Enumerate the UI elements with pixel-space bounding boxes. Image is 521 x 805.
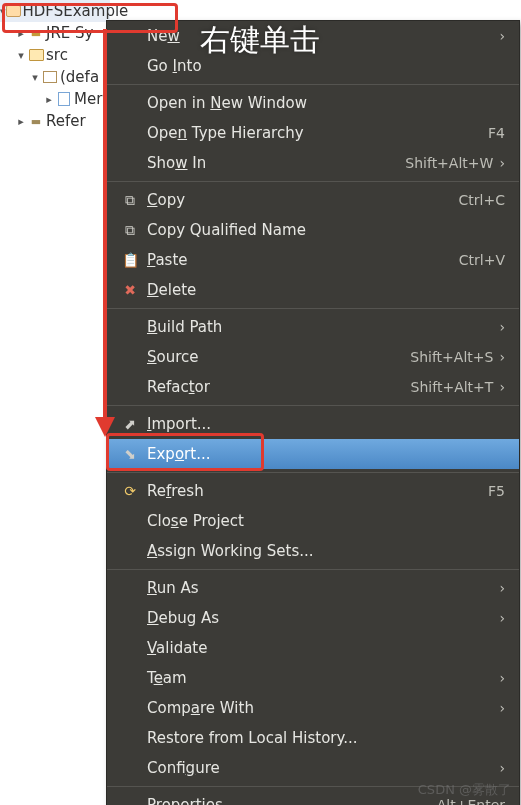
menu-item-properties[interactable]: Properties Alt+Enter [107, 790, 519, 805]
menu-item-refresh[interactable]: ⟳ Refresh F5 [107, 476, 519, 506]
project-explorer[interactable]: ▾ HDFSExample ▸ ▬ JRE Sy ▾ src ▾ (defa ▸… [0, 0, 110, 132]
separator [107, 84, 519, 85]
shortcut-label: Ctrl+V [459, 252, 505, 268]
shortcut-label: Ctrl+C [459, 192, 505, 208]
package-icon [43, 71, 57, 83]
submenu-arrow-icon: › [499, 670, 505, 686]
twisty-icon: ▸ [14, 115, 28, 128]
twisty-icon: ▾ [14, 49, 28, 62]
shortcut-label: Shift+Alt+T [411, 379, 494, 395]
twisty-icon: ▸ [14, 27, 28, 40]
menu-item-export[interactable]: ⬊ Export... [107, 439, 519, 469]
submenu-arrow-icon: › [499, 28, 505, 44]
copy-icon: ⧉ [121, 222, 139, 239]
separator [107, 786, 519, 787]
menu-item-delete[interactable]: ✖ Delete [107, 275, 519, 305]
separator [107, 181, 519, 182]
menu-item-run-as[interactable]: Run As › [107, 573, 519, 603]
submenu-arrow-icon: › [499, 349, 505, 365]
shortcut-label: F4 [488, 125, 505, 141]
menu-item-show-in[interactable]: Show In Shift+Alt+W › [107, 148, 519, 178]
menu-item-import[interactable]: ⬈ Import... [107, 409, 519, 439]
submenu-arrow-icon: › [499, 610, 505, 626]
tree-item-referenced[interactable]: ▸ ▬ Refer [0, 110, 110, 132]
twisty-icon: ▾ [28, 71, 42, 84]
tree-item-file[interactable]: ▸ Mer [0, 88, 110, 110]
library-icon: ▬ [28, 25, 44, 41]
menu-item-restore-history[interactable]: Restore from Local History... [107, 723, 519, 753]
menu-item-new[interactable]: New › [107, 21, 519, 51]
menu-item-open-new-window[interactable]: Open in New Window [107, 88, 519, 118]
menu-item-compare-with[interactable]: Compare With › [107, 693, 519, 723]
submenu-arrow-icon: › [499, 155, 505, 171]
separator [107, 472, 519, 473]
menu-item-copy-qualified[interactable]: ⧉ Copy Qualified Name [107, 215, 519, 245]
submenu-arrow-icon: › [499, 379, 505, 395]
tree-label: JRE Sy [46, 24, 94, 42]
menu-item-source[interactable]: Source Shift+Alt+S › [107, 342, 519, 372]
shortcut-label: Shift+Alt+S [410, 349, 493, 365]
refresh-icon: ⟳ [121, 483, 139, 499]
context-menu: New › Go Into Open in New Window Open Ty… [106, 20, 520, 805]
menu-item-configure[interactable]: Configure › [107, 753, 519, 783]
screenshot-root: ▾ HDFSExample ▸ ▬ JRE Sy ▾ src ▾ (defa ▸… [0, 0, 521, 805]
tree-item-src[interactable]: ▾ src [0, 44, 110, 66]
delete-icon: ✖ [121, 282, 139, 298]
shortcut-label: Alt+Enter [437, 797, 505, 805]
separator [107, 405, 519, 406]
tree-label: Refer [46, 112, 86, 130]
menu-item-validate[interactable]: Validate [107, 633, 519, 663]
referenced-lib-icon: ▬ [28, 113, 44, 129]
shortcut-label: Shift+Alt+W [405, 155, 493, 171]
tree-item-project[interactable]: ▾ HDFSExample [0, 0, 110, 22]
menu-item-assign-ws[interactable]: Assign Working Sets... [107, 536, 519, 566]
submenu-arrow-icon: › [499, 319, 505, 335]
tree-label: HDFSExample [23, 2, 129, 20]
menu-item-open-type-hierarchy[interactable]: Open Type Hierarchy F4 [107, 118, 519, 148]
import-icon: ⬈ [121, 416, 139, 432]
menu-item-refactor[interactable]: Refactor Shift+Alt+T › [107, 372, 519, 402]
project-icon [6, 5, 21, 17]
java-file-icon [58, 92, 70, 106]
export-icon: ⬊ [121, 446, 139, 462]
twisty-icon: ▸ [42, 93, 56, 106]
menu-item-copy[interactable]: ⧉ Copy Ctrl+C [107, 185, 519, 215]
submenu-arrow-icon: › [499, 760, 505, 776]
separator [107, 569, 519, 570]
menu-item-go-into[interactable]: Go Into [107, 51, 519, 81]
menu-item-close-project[interactable]: Close Project [107, 506, 519, 536]
menu-item-build-path[interactable]: Build Path › [107, 312, 519, 342]
paste-icon: 📋 [121, 252, 139, 268]
menu-item-paste[interactable]: 📋 Paste Ctrl+V [107, 245, 519, 275]
tree-item-jre[interactable]: ▸ ▬ JRE Sy [0, 22, 110, 44]
submenu-arrow-icon: › [499, 580, 505, 596]
submenu-arrow-icon: › [499, 700, 505, 716]
tree-label: (defa [60, 68, 99, 86]
tree-label: Mer [74, 90, 102, 108]
tree-label: src [46, 46, 68, 64]
tree-item-package[interactable]: ▾ (defa [0, 66, 110, 88]
menu-item-debug-as[interactable]: Debug As › [107, 603, 519, 633]
menu-item-team[interactable]: Team › [107, 663, 519, 693]
shortcut-label: F5 [488, 483, 505, 499]
source-folder-icon [29, 49, 44, 61]
copy-icon: ⧉ [121, 192, 139, 209]
separator [107, 308, 519, 309]
